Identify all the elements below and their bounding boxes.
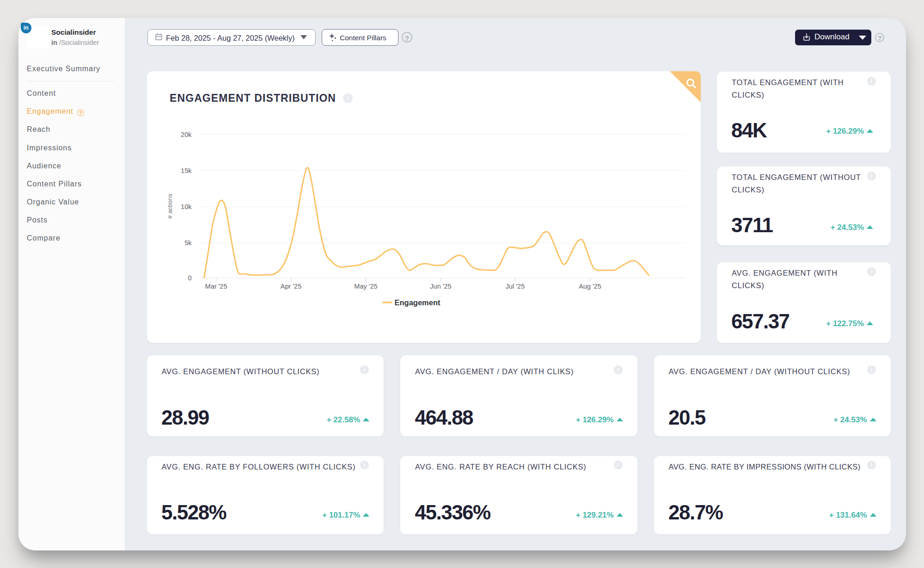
svg-text:15k: 15k bbox=[181, 167, 192, 174]
svg-text:20k: 20k bbox=[181, 131, 192, 138]
svg-text:Engagement: Engagement bbox=[394, 298, 441, 307]
svg-text:10k: 10k bbox=[181, 203, 192, 210]
svg-text:Aug '25: Aug '25 bbox=[579, 283, 601, 290]
svg-text:Jul '25: Jul '25 bbox=[505, 283, 524, 290]
svg-text:Mar '25: Mar '25 bbox=[205, 283, 227, 290]
svg-text:Jun '25: Jun '25 bbox=[430, 283, 451, 290]
svg-text:Apr '25: Apr '25 bbox=[280, 283, 301, 290]
svg-text:0: 0 bbox=[188, 274, 191, 282]
svg-text:# actions: # actions bbox=[166, 194, 173, 219]
svg-text:5k: 5k bbox=[184, 239, 192, 247]
svg-text:May '25: May '25 bbox=[354, 283, 377, 290]
